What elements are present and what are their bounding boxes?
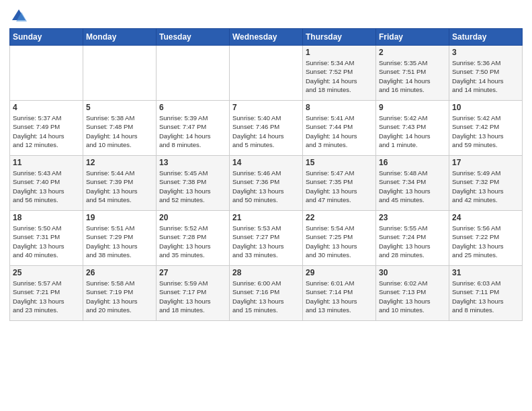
calendar-cell: 6Sunrise: 5:39 AM Sunset: 7:47 PM Daylig… [157,101,230,156]
calendar-cell: 25Sunrise: 5:57 AM Sunset: 7:21 PM Dayli… [10,266,83,321]
cell-content: Sunrise: 5:40 AM Sunset: 7:46 PM Dayligh… [232,113,300,149]
calendar-cell: 4Sunrise: 5:37 AM Sunset: 7:49 PM Daylig… [10,101,83,156]
cell-content: Sunrise: 5:55 AM Sunset: 7:24 PM Dayligh… [379,224,446,259]
cell-content: Sunrise: 5:59 AM Sunset: 7:17 PM Dayligh… [159,279,226,314]
calendar-cell: 9Sunrise: 5:42 AM Sunset: 7:43 PM Daylig… [376,101,449,156]
cell-content: Sunrise: 6:03 AM Sunset: 7:11 PM Dayligh… [452,279,519,314]
calendar-cell: 27Sunrise: 5:59 AM Sunset: 7:17 PM Dayli… [157,266,230,321]
calendar-cell: 10Sunrise: 5:42 AM Sunset: 7:42 PM Dayli… [449,101,523,156]
calendar-cell: 26Sunrise: 5:58 AM Sunset: 7:19 PM Dayli… [83,266,157,321]
day-number: 15 [306,158,373,167]
cell-content: Sunrise: 5:42 AM Sunset: 7:43 PM Dayligh… [379,113,446,149]
day-number: 29 [306,268,373,277]
cell-content: Sunrise: 6:02 AM Sunset: 7:13 PM Dayligh… [379,279,446,314]
day-number: 27 [159,268,226,277]
calendar-cell: 16Sunrise: 5:48 AM Sunset: 7:34 PM Dayli… [376,156,449,211]
day-number: 1 [306,48,373,57]
calendar-cell: 12Sunrise: 5:44 AM Sunset: 7:39 PM Dayli… [83,156,157,211]
day-number: 23 [379,213,446,222]
calendar-cell: 5Sunrise: 5:38 AM Sunset: 7:48 PM Daylig… [83,101,157,156]
cell-content: Sunrise: 5:57 AM Sunset: 7:21 PM Dayligh… [13,279,80,314]
calendar-cell: 18Sunrise: 5:50 AM Sunset: 7:31 PM Dayli… [10,211,83,266]
calendar-cell: 28Sunrise: 6:00 AM Sunset: 7:16 PM Dayli… [230,266,303,321]
day-number: 24 [452,213,519,222]
day-number: 28 [232,268,300,277]
calendar-cell: 14Sunrise: 5:46 AM Sunset: 7:36 PM Dayli… [230,156,303,211]
cell-content: Sunrise: 5:35 AM Sunset: 7:51 PM Dayligh… [379,58,446,94]
calendar-week-row: 11Sunrise: 5:43 AM Sunset: 7:40 PM Dayli… [10,156,523,211]
calendar-cell: 13Sunrise: 5:45 AM Sunset: 7:38 PM Dayli… [157,156,230,211]
weekday-header-thursday: Thursday [303,29,376,46]
cell-content: Sunrise: 5:37 AM Sunset: 7:49 PM Dayligh… [13,113,80,149]
calendar-week-row: 18Sunrise: 5:50 AM Sunset: 7:31 PM Dayli… [10,211,523,266]
calendar-cell: 1Sunrise: 5:34 AM Sunset: 7:52 PM Daylig… [303,46,376,101]
page-container: SundayMondayTuesdayWednesdayThursdayFrid… [0,0,532,325]
calendar-cell: 3Sunrise: 5:36 AM Sunset: 7:50 PM Daylig… [449,46,523,101]
cell-content: Sunrise: 5:53 AM Sunset: 7:27 PM Dayligh… [232,224,300,259]
calendar-cell: 24Sunrise: 5:56 AM Sunset: 7:22 PM Dayli… [449,211,523,266]
weekday-header-sunday: Sunday [10,29,83,46]
calendar-cell: 31Sunrise: 6:03 AM Sunset: 7:11 PM Dayli… [449,266,523,321]
cell-content: Sunrise: 5:36 AM Sunset: 7:50 PM Dayligh… [452,58,519,94]
day-number: 19 [86,213,153,222]
calendar-week-row: 4Sunrise: 5:37 AM Sunset: 7:49 PM Daylig… [10,101,523,156]
day-number: 14 [232,158,300,167]
cell-content: Sunrise: 5:38 AM Sunset: 7:48 PM Dayligh… [86,113,153,149]
calendar-cell: 7Sunrise: 5:40 AM Sunset: 7:46 PM Daylig… [230,101,303,156]
weekday-header-tuesday: Tuesday [157,29,230,46]
day-number: 25 [13,268,80,277]
calendar-cell [10,46,83,101]
calendar-cell: 29Sunrise: 6:01 AM Sunset: 7:14 PM Dayli… [303,266,376,321]
logo-icon [9,7,28,26]
day-number: 22 [306,213,373,222]
calendar-body: 1Sunrise: 5:34 AM Sunset: 7:52 PM Daylig… [10,46,523,321]
calendar-cell: 8Sunrise: 5:41 AM Sunset: 7:44 PM Daylig… [303,101,376,156]
day-number: 3 [452,48,519,57]
cell-content: Sunrise: 5:50 AM Sunset: 7:31 PM Dayligh… [13,224,80,259]
cell-content: Sunrise: 5:42 AM Sunset: 7:42 PM Dayligh… [452,113,519,149]
cell-content: Sunrise: 5:44 AM Sunset: 7:39 PM Dayligh… [86,169,153,204]
day-number: 7 [232,103,300,112]
day-number: 13 [159,158,226,167]
day-number: 17 [452,158,519,167]
calendar-cell: 21Sunrise: 5:53 AM Sunset: 7:27 PM Dayli… [230,211,303,266]
day-number: 12 [86,158,153,167]
cell-content: Sunrise: 5:39 AM Sunset: 7:47 PM Dayligh… [159,113,226,149]
calendar-cell: 2Sunrise: 5:35 AM Sunset: 7:51 PM Daylig… [376,46,449,101]
calendar-header: SundayMondayTuesdayWednesdayThursdayFrid… [10,29,523,46]
day-number: 31 [452,268,519,277]
cell-content: Sunrise: 5:52 AM Sunset: 7:28 PM Dayligh… [159,224,226,259]
cell-content: Sunrise: 5:41 AM Sunset: 7:44 PM Dayligh… [306,113,373,149]
cell-content: Sunrise: 5:46 AM Sunset: 7:36 PM Dayligh… [232,169,300,204]
day-number: 2 [379,48,446,57]
day-number: 26 [86,268,153,277]
calendar-cell: 17Sunrise: 5:49 AM Sunset: 7:32 PM Dayli… [449,156,523,211]
cell-content: Sunrise: 5:48 AM Sunset: 7:34 PM Dayligh… [379,169,446,204]
calendar-table: SundayMondayTuesdayWednesdayThursdayFrid… [9,28,523,321]
cell-content: Sunrise: 5:54 AM Sunset: 7:25 PM Dayligh… [306,224,373,259]
calendar-cell: 23Sunrise: 5:55 AM Sunset: 7:24 PM Dayli… [376,211,449,266]
calendar-cell: 22Sunrise: 5:54 AM Sunset: 7:25 PM Dayli… [303,211,376,266]
weekday-header-saturday: Saturday [449,29,523,46]
header [9,7,523,26]
weekday-header-row: SundayMondayTuesdayWednesdayThursdayFrid… [10,29,523,46]
calendar-cell: 19Sunrise: 5:51 AM Sunset: 7:29 PM Dayli… [83,211,157,266]
cell-content: Sunrise: 5:45 AM Sunset: 7:38 PM Dayligh… [159,169,226,204]
weekday-header-wednesday: Wednesday [230,29,303,46]
cell-content: Sunrise: 5:51 AM Sunset: 7:29 PM Dayligh… [86,224,153,259]
logo [9,7,31,26]
calendar-cell: 15Sunrise: 5:47 AM Sunset: 7:35 PM Dayli… [303,156,376,211]
calendar-cell: 20Sunrise: 5:52 AM Sunset: 7:28 PM Dayli… [157,211,230,266]
day-number: 9 [379,103,446,112]
calendar-week-row: 25Sunrise: 5:57 AM Sunset: 7:21 PM Dayli… [10,266,523,321]
day-number: 18 [13,213,80,222]
calendar-cell: 11Sunrise: 5:43 AM Sunset: 7:40 PM Dayli… [10,156,83,211]
day-number: 10 [452,103,519,112]
day-number: 8 [306,103,373,112]
cell-content: Sunrise: 5:56 AM Sunset: 7:22 PM Dayligh… [452,224,519,259]
day-number: 30 [379,268,446,277]
cell-content: Sunrise: 5:34 AM Sunset: 7:52 PM Dayligh… [306,58,373,94]
day-number: 20 [159,213,226,222]
cell-content: Sunrise: 5:43 AM Sunset: 7:40 PM Dayligh… [13,169,80,204]
cell-content: Sunrise: 6:00 AM Sunset: 7:16 PM Dayligh… [232,279,300,314]
